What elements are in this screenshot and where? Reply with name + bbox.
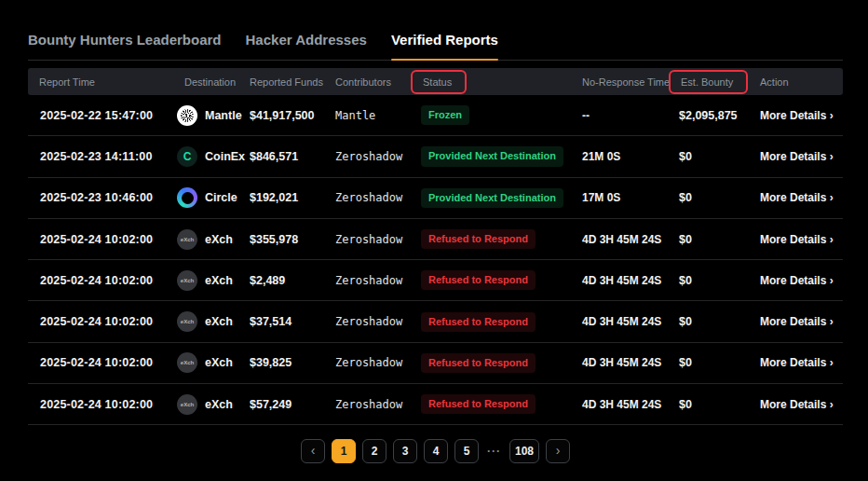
est-bounty-cell: $0 — [679, 191, 760, 204]
status-cell: Refused to Respond — [421, 270, 582, 290]
verified-reports-table: Report Time Destination Reported Funds C… — [28, 68, 843, 425]
destination-name: eXch — [205, 398, 233, 411]
table-row: 2025-02-22 15:47:00 Mantle $41,917,500 M… — [28, 95, 843, 136]
status-badge: Frozen — [421, 105, 469, 125]
more-details-link[interactable]: More Details › — [760, 233, 843, 246]
reported-funds-cell: $57,249 — [250, 398, 335, 411]
exch-logo-icon — [177, 394, 197, 415]
destination-name: CoinEx — [205, 150, 245, 163]
column-header-status-label: Status — [423, 76, 452, 88]
destination-cell: eXch — [177, 229, 250, 250]
column-header-report-time: Report Time — [28, 76, 177, 88]
pagination: ‹ 1 2 3 4 5 ··· 108 › — [28, 439, 843, 463]
contributors-cell: Zeroshadow — [335, 150, 421, 163]
more-details-link[interactable]: More Details › — [760, 109, 843, 122]
est-bounty-column-red-highlight-box: Est. Bounty — [669, 70, 748, 94]
column-header-est-bounty-label: Est. Bounty — [681, 76, 733, 88]
destination-name: eXch — [205, 315, 233, 328]
pagination-ellipsis: ··· — [485, 445, 503, 458]
pagination-page-2[interactable]: 2 — [362, 439, 387, 463]
table-row: 2025-02-23 14:11:00 CoinEx $846,571 Zero… — [28, 136, 843, 177]
destination-cell: eXch — [177, 352, 250, 373]
contributors-cell: Zeroshadow — [335, 274, 421, 287]
no-response-time-cell: 17M 0S — [582, 191, 679, 204]
status-cell: Frozen — [421, 105, 582, 125]
contributors-cell: Zeroshadow — [335, 191, 421, 204]
more-details-link[interactable]: More Details › — [760, 356, 843, 369]
table-row: 2025-02-24 10:02:00 eXch $2,489 Zeroshad… — [28, 260, 843, 301]
status-cell: Refused to Respond — [421, 312, 582, 332]
column-header-destination: Destination — [177, 76, 250, 88]
status-badge: Provided Next Destination — [421, 188, 563, 208]
status-badge: Refused to Respond — [421, 312, 536, 332]
contributors-cell: Zeroshadow — [335, 233, 421, 246]
est-bounty-cell: $0 — [679, 315, 760, 328]
more-details-link[interactable]: More Details › — [760, 274, 843, 287]
status-cell: Provided Next Destination — [421, 188, 582, 208]
table-row: 2025-02-24 10:02:00 eXch $37,514 Zerosha… — [28, 301, 843, 342]
table-header-row: Report Time Destination Reported Funds C… — [28, 68, 843, 95]
status-badge: Provided Next Destination — [421, 146, 563, 166]
reported-funds-cell: $39,825 — [250, 356, 335, 369]
more-details-link[interactable]: More Details › — [760, 398, 843, 411]
report-time-cell: 2025-02-23 14:11:00 — [28, 150, 177, 163]
no-response-time-cell: -- — [582, 109, 679, 122]
more-details-link[interactable]: More Details › — [760, 315, 843, 328]
est-bounty-cell: $0 — [679, 150, 760, 163]
destination-cell: Circle — [177, 187, 250, 208]
reported-funds-cell: $37,514 — [250, 315, 335, 328]
contributors-cell: Mantle — [335, 109, 421, 122]
exch-logo-icon — [177, 270, 197, 291]
no-response-time-cell: 4D 3H 45M 24S — [582, 398, 679, 411]
tab-bounty-hunters-leaderboard[interactable]: Bounty Hunters Leaderboard — [28, 32, 222, 60]
reported-funds-cell: $846,571 — [250, 150, 335, 163]
destination-cell: Mantle — [177, 105, 250, 126]
destination-name: Mantle — [205, 109, 242, 122]
column-header-est-bounty: Est. Bounty — [679, 76, 760, 88]
more-details-link[interactable]: More Details › — [760, 191, 843, 204]
destination-cell: CoinEx — [177, 146, 250, 167]
destination-name: eXch — [205, 274, 233, 287]
report-time-cell: 2025-02-24 10:02:00 — [28, 233, 177, 246]
no-response-time-cell: 21M 0S — [582, 150, 679, 163]
reported-funds-cell: $355,978 — [250, 233, 335, 246]
pagination-page-108[interactable]: 108 — [509, 439, 539, 463]
pagination-next-button[interactable]: › — [546, 439, 570, 463]
pagination-page-5[interactable]: 5 — [454, 439, 479, 463]
column-header-contributors: Contributors — [335, 76, 421, 88]
table-row: 2025-02-24 10:02:00 eXch $355,978 Zerosh… — [28, 219, 843, 260]
destination-name: Circle — [205, 191, 237, 204]
report-time-cell: 2025-02-24 10:02:00 — [28, 274, 177, 287]
verified-reports-page: Bounty Hunters Leaderboard Hacker Addres… — [0, 0, 868, 463]
pagination-prev-button[interactable]: ‹ — [301, 439, 325, 463]
tab-hacker-addresses[interactable]: Hacker Addresses — [246, 32, 367, 60]
reported-funds-cell: $192,021 — [250, 191, 335, 204]
tab-verified-reports[interactable]: Verified Reports — [391, 32, 498, 60]
reported-funds-cell: $41,917,500 — [250, 109, 335, 122]
contributors-cell: Zeroshadow — [335, 398, 421, 411]
est-bounty-cell: $0 — [679, 398, 760, 411]
est-bounty-cell: $2,095,875 — [679, 109, 760, 122]
destination-name: eXch — [205, 356, 233, 369]
table-row: 2025-02-24 10:02:00 eXch $39,825 Zerosha… — [28, 343, 843, 384]
table-body: 2025-02-22 15:47:00 Mantle $41,917,500 M… — [28, 95, 843, 425]
destination-cell: eXch — [177, 311, 250, 332]
pagination-page-1[interactable]: 1 — [332, 439, 356, 463]
status-cell: Provided Next Destination — [421, 146, 582, 166]
contributors-cell: Zeroshadow — [335, 315, 421, 328]
table-row: 2025-02-23 10:46:00 Circle $192,021 Zero… — [28, 178, 843, 219]
est-bounty-cell: $0 — [679, 274, 760, 287]
reported-funds-cell: $2,489 — [250, 274, 335, 287]
no-response-time-cell: 4D 3H 45M 24S — [582, 233, 679, 246]
more-details-link[interactable]: More Details › — [760, 150, 843, 163]
pagination-page-3[interactable]: 3 — [393, 439, 417, 463]
no-response-time-cell: 4D 3H 45M 24S — [582, 315, 679, 328]
exch-logo-icon — [177, 229, 197, 250]
pagination-page-4[interactable]: 4 — [424, 439, 448, 463]
status-badge: Refused to Respond — [421, 270, 536, 290]
tab-bar: Bounty Hunters Leaderboard Hacker Addres… — [28, 0, 843, 61]
coinex-logo-icon — [177, 146, 197, 167]
destination-cell: eXch — [177, 394, 250, 415]
destination-name: eXch — [205, 233, 233, 246]
status-column-red-highlight-box: Status — [411, 70, 467, 94]
